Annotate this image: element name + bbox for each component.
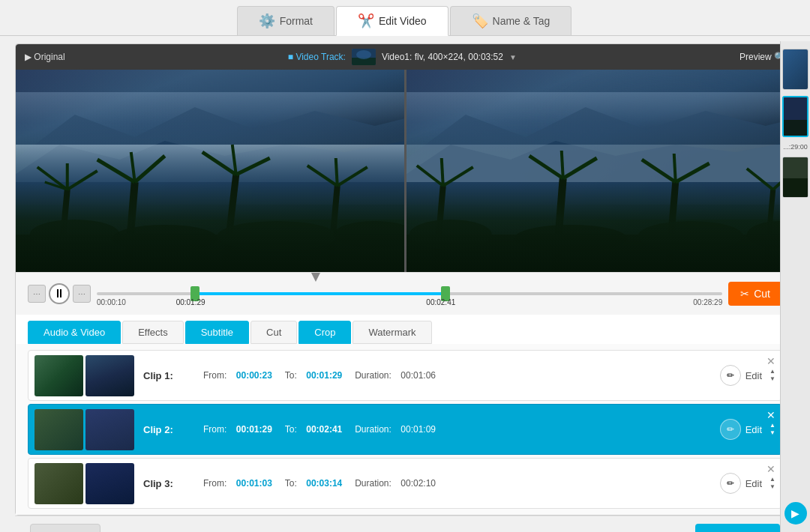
clip-1-edit-btn[interactable]: Edit (746, 370, 762, 381)
clip-1-edit-icon-btn[interactable]: ✏ (720, 365, 741, 386)
subtab-crop[interactable]: Crop (298, 321, 351, 344)
svg-rect-23 (16, 235, 404, 272)
svg-line-13 (135, 156, 165, 182)
clip-2-up-arrow[interactable]: ▲ (770, 423, 776, 429)
fab-button[interactable]: ▶ (784, 502, 807, 525)
clip-3-down-arrow[interactable]: ▼ (770, 484, 776, 490)
video-panel-right (406, 70, 795, 272)
svg-line-14 (131, 152, 135, 182)
svg-line-19 (330, 186, 338, 272)
done-button[interactable]: Done (695, 524, 780, 532)
svg-line-44 (746, 169, 772, 190)
svg-marker-3 (16, 107, 404, 205)
clip-1-from-label: From: (203, 370, 226, 381)
sidebar-thumb-2[interactable] (782, 96, 808, 137)
clip-1-arrow-controls: ▲ ▼ (770, 369, 776, 382)
clip-2-duration-label: Duration: (355, 424, 392, 435)
clip-3-label: Clip 3: (143, 478, 203, 489)
clip-2-from-label: From: (203, 424, 226, 435)
video-track-label: ■ Video Track: (288, 52, 346, 62)
subtab-watermark[interactable]: Watermark (352, 321, 431, 344)
name-tag-icon: 🏷️ (472, 13, 488, 29)
svg-line-40 (641, 160, 675, 182)
clip-2-arrow-controls: ▲ ▼ (770, 423, 776, 436)
subtab-effects[interactable]: Effects (122, 321, 184, 344)
svg-point-2 (356, 50, 371, 59)
clip-3-time: From: 00:01:03 To: 00:03:14 Duration: 00… (203, 477, 720, 490)
clip-1-down-arrow[interactable]: ▼ (770, 376, 776, 382)
clip-3-edit-btn[interactable]: Edit (746, 478, 762, 489)
svg-line-20 (308, 166, 338, 186)
sidebar-thumb-1[interactable] (782, 49, 808, 90)
clip-2-actions: ✏ Edit ▲ ▼ (720, 419, 776, 440)
svg-rect-54 (783, 178, 808, 198)
svg-line-38 (561, 151, 562, 178)
original-section: ▶ Original (25, 52, 65, 62)
clip-3-close-icon[interactable]: ✕ (766, 463, 776, 475)
time-end: 00:28:29 (693, 298, 722, 306)
subtab-audio-video[interactable]: Audio & Video (28, 321, 121, 344)
svg-point-25 (112, 225, 218, 252)
svg-line-32 (416, 166, 442, 186)
svg-line-39 (668, 182, 675, 272)
sidebar-thumb-3[interactable] (782, 157, 808, 198)
svg-line-15 (225, 175, 236, 272)
clip-1-up-arrow[interactable]: ▲ (770, 369, 776, 375)
svg-line-36 (529, 156, 562, 178)
video-panel-left (16, 70, 404, 272)
clip-3-duration-label: Duration: (355, 478, 392, 489)
timeline-next-btn[interactable]: ⋯ (73, 285, 91, 303)
clip-1-thumb-start (34, 355, 83, 396)
clip-3-from-label: From: (203, 478, 226, 489)
subtab-watermark-label: Watermark (368, 327, 416, 338)
clip-3-up-arrow[interactable]: ▲ (770, 477, 776, 483)
timeline-prev-btn[interactable]: ⋯ (28, 285, 46, 303)
svg-line-41 (675, 163, 709, 182)
clip-2-to-label: To: (285, 424, 297, 435)
clip-row-1[interactable]: ✕ Clip 1: From: 00:00:23 To: 00:01:29 Du… (28, 350, 782, 401)
clip-3-arrow-controls: ▲ ▼ (770, 477, 776, 490)
svg-line-42 (674, 154, 675, 182)
tab-edit-video[interactable]: ✂️ Edit Video (336, 6, 448, 36)
timeline-area: ⋯ ⏸ ⋯ 00:00:10 00:01:29 00:02:41 00:28:2… (16, 272, 794, 315)
cut-icon: ✂ (740, 288, 749, 300)
clip-2-thumb-start (34, 409, 83, 450)
subtab-subtitle-label: Subtitle (201, 327, 233, 338)
clip-1-info: Clip 1: From: 00:00:23 To: 00:01:29 Dura… (143, 369, 720, 382)
subtab-subtitle[interactable]: Subtitle (185, 321, 249, 344)
cancel-button[interactable]: Cancle (30, 524, 100, 532)
clip-2-down-arrow[interactable]: ▼ (770, 430, 776, 436)
svg-line-35 (555, 178, 562, 272)
clip-2-edit-btn[interactable]: Edit (746, 424, 762, 435)
clip-row-3[interactable]: ✕ Clip 3: From: 00:01:03 To: 00:03:14 Du… (28, 458, 782, 509)
tab-format[interactable]: ⚙️ Format (237, 6, 334, 35)
clip-2-close-icon[interactable]: ✕ (766, 409, 776, 421)
clip-3-actions: ✏ Edit ▲ ▼ (720, 473, 776, 494)
svg-marker-29 (406, 141, 795, 220)
video-track-section: ■ Video Track: Video1: flv, 400×224, 00:… (288, 49, 517, 65)
clip-1-label: Clip 1: (143, 370, 203, 381)
clip-1-close-icon[interactable]: ✕ (766, 355, 776, 367)
svg-line-18 (232, 145, 236, 175)
play-pause-button[interactable]: ⏸ (49, 283, 70, 304)
cut-button[interactable]: ✂ Cut (728, 282, 782, 306)
svg-line-6 (60, 190, 68, 272)
clip-2-time: From: 00:01:29 To: 00:02:41 Duration: 00… (203, 423, 720, 436)
clip-2-label: Clip 2: (143, 424, 203, 435)
clip-3-thumb-start (34, 463, 83, 504)
clip-3-edit-icon-btn[interactable]: ✏ (720, 473, 741, 494)
svg-marker-28 (406, 107, 795, 205)
svg-line-22 (336, 158, 338, 186)
clip-2-duration-value: 00:01:09 (400, 424, 436, 435)
time-start: 00:00:10 (97, 298, 126, 306)
tab-name-tag[interactable]: 🏷️ Name & Tag (450, 6, 572, 35)
svg-point-47 (409, 220, 491, 250)
svg-line-31 (435, 186, 442, 272)
clip-1-duration-label: Duration: (355, 370, 392, 381)
dropdown-arrow[interactable]: ▼ (509, 53, 517, 61)
clip-2-edit-icon-btn[interactable]: ✏ (720, 419, 741, 440)
clip-row-2[interactable]: ✕ Clip 2: From: 00:01:29 To: 00:02:41 Du… (28, 404, 782, 455)
subtab-cut[interactable]: Cut (250, 321, 297, 344)
svg-rect-30 (406, 145, 795, 182)
preview-button[interactable]: Preview 🔍 (740, 52, 785, 62)
